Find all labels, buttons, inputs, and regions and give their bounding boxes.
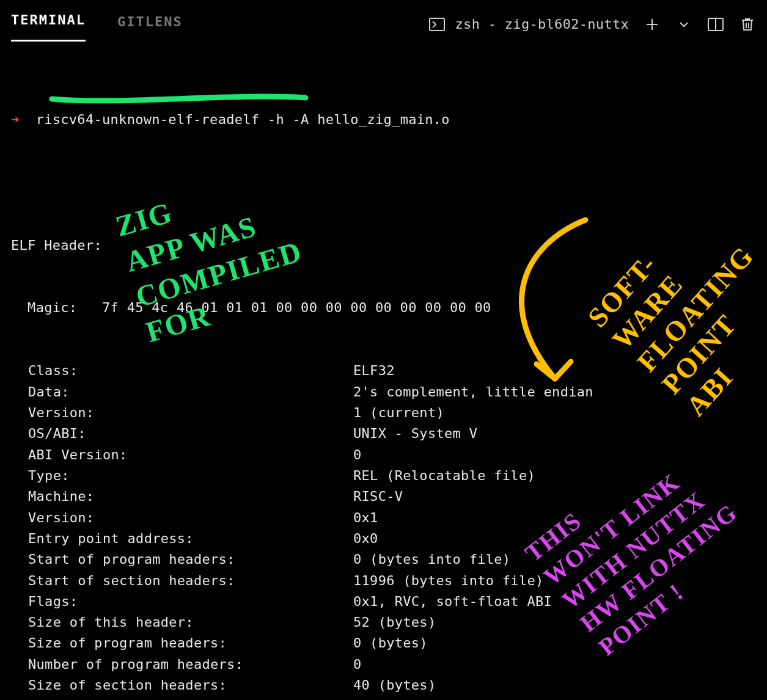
elf-row-key: Data:: [11, 382, 353, 403]
elf-row-key: Class:: [11, 360, 353, 381]
elf-row-value: 0: [353, 445, 362, 465]
panel-tabbar: TERMINAL GITLENS zsh - zig-bl602-nuttx: [11, 6, 756, 43]
elf-row-value: 11996 (bytes into file): [353, 571, 544, 591]
elf-row: Class:ELF32: [11, 360, 756, 381]
elf-row-key: Start of program headers:: [11, 549, 353, 570]
elf-row-value: 1 (current): [353, 403, 444, 423]
elf-row-key: ABI Version:: [11, 445, 353, 465]
elf-row: Data:2's complement, little endian: [11, 382, 756, 403]
elf-row-value: 0x0: [353, 528, 378, 549]
elf-row-key: Size of this header:: [11, 612, 353, 633]
elf-row: Start of section headers:11996 (bytes in…: [11, 571, 756, 591]
elf-row: Version:1 (current): [11, 403, 756, 423]
magic-label: Magic:: [28, 300, 102, 315]
panel-tabs: TERMINAL GITLENS: [11, 7, 183, 41]
elf-row-key: Version:: [11, 403, 353, 423]
elf-row-key: Entry point address:: [11, 528, 353, 549]
elf-row-value: 0x1: [353, 508, 378, 528]
elf-row-value: RISC-V: [353, 486, 403, 507]
elf-row: OS/ABI:UNIX - System V: [11, 423, 756, 444]
elf-row-value: REL (Relocatable file): [353, 465, 535, 486]
elf-row: Entry point address:0x0: [11, 528, 756, 549]
shell-label: zsh - zig-bl602-nuttx: [455, 14, 629, 35]
elf-row: ABI Version:0: [11, 445, 756, 465]
magic-value: 7f 45 4c 46 01 01 01 00 00 00 00 00 00 0…: [102, 300, 491, 315]
svg-rect-0: [430, 18, 444, 31]
terminal-output[interactable]: ➜ riscv64-unknown-elf-readelf -h -A hell…: [11, 43, 756, 700]
elf-row-value: 52 (bytes): [353, 612, 436, 633]
elf-row-key: Size of program headers:: [11, 633, 353, 654]
elf-row-key: Start of section headers:: [11, 571, 353, 591]
command-line: riscv64-unknown-elf-readelf -h -A hello_…: [36, 112, 450, 127]
elf-row-key: Size of section headers:: [11, 675, 353, 696]
elf-row: Type:REL (Relocatable file): [11, 465, 756, 486]
elf-row-value: ELF32: [353, 360, 395, 381]
prompt-arrow-icon: ➜: [11, 112, 20, 127]
elf-row-value: UNIX - System V: [353, 423, 477, 444]
tab-terminal[interactable]: TERMINAL: [11, 7, 86, 41]
new-terminal-icon[interactable]: [644, 16, 661, 33]
split-panel-icon[interactable]: [707, 16, 724, 33]
terminal-prompt-icon: [428, 16, 446, 33]
elf-row: Machine:RISC-V: [11, 486, 756, 507]
elf-row-value: 2's complement, little endian: [353, 382, 593, 403]
elf-row: Size of program headers:0 (bytes): [11, 633, 756, 654]
elf-row-key: Type:: [11, 465, 353, 486]
tab-gitlens[interactable]: GITLENS: [117, 9, 183, 41]
elf-row-value: 0: [353, 654, 362, 675]
terminal-toolbar: zsh - zig-bl602-nuttx: [428, 14, 756, 35]
elf-row-value: 0 (bytes): [353, 633, 428, 654]
elf-row: Size of section headers:40 (bytes): [11, 675, 756, 696]
elf-row: Size of this header:52 (bytes): [11, 612, 756, 633]
elf-row-key: Number of program headers:: [11, 654, 353, 675]
elf-row-value: 0x1, RVC, soft-float ABI: [353, 591, 552, 612]
elf-row: Start of program headers:0 (bytes into f…: [11, 549, 756, 570]
elf-row-key: Number of section headers:: [11, 696, 353, 700]
elf-row-key: Flags:: [11, 591, 353, 612]
elf-row-value: 0 (bytes into file): [353, 549, 510, 570]
elf-row: Number of section headers:24: [11, 696, 756, 700]
elf-row-key: OS/ABI:: [11, 423, 353, 444]
elf-row: Version:0x1: [11, 508, 756, 528]
elf-row-key: Version:: [11, 508, 353, 528]
shell-selector[interactable]: zsh - zig-bl602-nuttx: [428, 14, 629, 35]
trash-icon[interactable]: [739, 16, 756, 33]
elf-row-value: 40 (bytes): [353, 675, 436, 696]
elf-header-title: ELF Header:: [11, 235, 756, 256]
elf-row: Number of program headers:0: [11, 654, 756, 675]
elf-row-value: 24: [353, 696, 370, 700]
elf-row: Flags:0x1, RVC, soft-float ABI: [11, 591, 756, 612]
elf-row-key: Machine:: [11, 486, 353, 507]
chevron-down-icon[interactable]: [675, 16, 692, 33]
